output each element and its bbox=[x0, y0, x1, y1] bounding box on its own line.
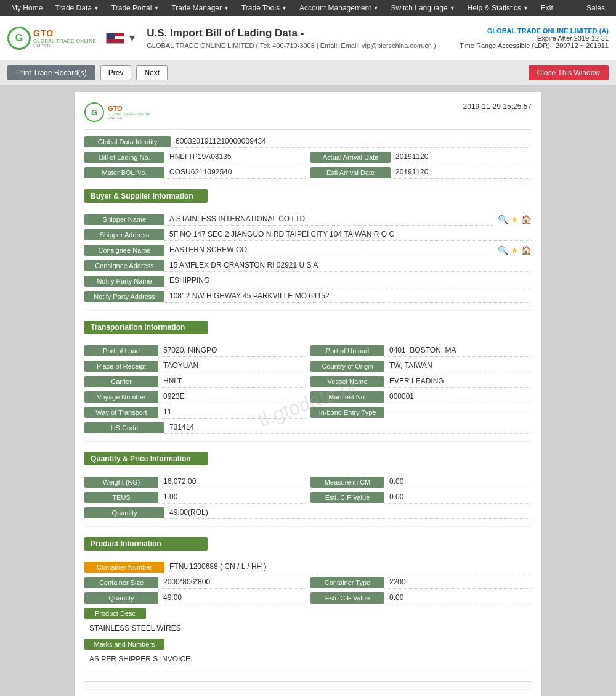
divider-1 bbox=[84, 129, 532, 130]
measure-cm-value: 0.00 bbox=[384, 475, 532, 488]
container-type-label: Container Type bbox=[310, 577, 384, 588]
record-logo-circle: G bbox=[84, 102, 104, 122]
mater-bol-half: Mater BOL No. COSU6211092540 bbox=[84, 166, 306, 179]
shipper-name-value: A STAINLESS INTERNATIONAL CO LTD bbox=[164, 213, 493, 226]
manifest-no-label: Manifest No. bbox=[310, 391, 384, 403]
nav-switch-language[interactable]: Switch Language ▼ bbox=[385, 0, 461, 16]
bol-label: Bill of Lading No. bbox=[84, 152, 164, 163]
container-type-value: 2200 bbox=[384, 576, 532, 589]
record-timestamp: 2019-11-29 15:25:57 bbox=[463, 102, 532, 111]
global-data-identity-row: Global Data Identity 6003201911210000009… bbox=[84, 135, 532, 148]
toolbar-top: Print Trade Record(s) Prev Next Close Th… bbox=[0, 60, 616, 86]
product-esti-cif-value: 0.00 bbox=[384, 591, 532, 604]
container-size-value: 2000*806*800 bbox=[158, 576, 306, 589]
gto-logo: G GTO GLOBAL TRADE ONLINE LIMITED bbox=[7, 27, 96, 50]
hs-code-label: HS Code bbox=[84, 422, 164, 433]
inbond-entry-label: In-bond Entry Type bbox=[310, 407, 384, 418]
transport-section: Transportation Information Port of Load … bbox=[84, 321, 532, 442]
nav-trade-manager[interactable]: Trade Manager ▼ bbox=[165, 0, 235, 16]
logo-gto-text: GTO bbox=[33, 28, 96, 38]
shipper-address-value: 5F NO 147 SEC 2 JIANGUO N RD TAIPEI CITY… bbox=[164, 228, 532, 241]
port-load-label: Port of Load bbox=[84, 345, 158, 356]
shipper-home-icon[interactable]: 🏠 bbox=[521, 215, 532, 224]
country-origin-label: Country of Origin bbox=[310, 361, 384, 372]
nav-sales[interactable]: Sales bbox=[580, 4, 611, 12]
voyage-number-label: Voyage Number bbox=[84, 391, 158, 403]
nav-account-management[interactable]: Account Management ▼ bbox=[293, 0, 385, 16]
carrier-value: HNLT bbox=[158, 375, 306, 388]
hs-code-row: HS Code 731414 bbox=[84, 421, 532, 434]
notify-party-name-label: Notify Party Name bbox=[84, 276, 164, 287]
notify-party-address-row: Notify Party Address 10812 NW HIGHWAY 45… bbox=[84, 290, 532, 303]
actual-arrival-label: Actual Arrival Date bbox=[310, 152, 391, 163]
quantity-price-header: Quantity & Price Information bbox=[84, 452, 208, 465]
logo-area: G GTO GLOBAL TRADE ONLINE LIMITED ▼ bbox=[7, 27, 137, 50]
bol-row: Bill of Lading No. HNLTTP19A03135 Actual… bbox=[84, 150, 532, 163]
quantity-row: Quantity 49.00(ROL) bbox=[84, 506, 532, 519]
hs-code-value: 731414 bbox=[164, 421, 532, 434]
consignee-search-icon[interactable]: 🔍 bbox=[498, 245, 508, 255]
quantity-price-section: Quantity & Price Information Weight (KG)… bbox=[84, 452, 532, 527]
consignee-home-icon[interactable]: 🏠 bbox=[521, 245, 532, 255]
port-unload-value: 0401, BOSTON, MA bbox=[384, 344, 532, 357]
product-quantity-label: Quantity bbox=[84, 592, 158, 604]
page-title: U.S. Import Bill of Lading Data - bbox=[147, 27, 460, 39]
nav-trade-data[interactable]: Trade Data ▼ bbox=[49, 0, 105, 16]
product-quantity-value: 49.00 bbox=[158, 591, 306, 604]
logo-full-name: GLOBAL TRADE ONLINE bbox=[33, 38, 96, 44]
weight-value: 16,072.00 bbox=[158, 475, 306, 488]
country-origin-value: TW, TAIWAN bbox=[384, 359, 532, 372]
mater-bol-row: Mater BOL No. COSU6211092540 Esti Arriva… bbox=[84, 166, 532, 179]
carrier-label: Carrier bbox=[84, 376, 158, 387]
account-info: GLOBAL TRADE ONLINE LIMITED (A) Expire A… bbox=[460, 27, 609, 49]
page-header: G GTO GLOBAL TRADE ONLINE LIMITED ▼ U.S.… bbox=[0, 16, 616, 60]
marks-numbers-row: Marks and Numbers bbox=[84, 639, 532, 650]
notify-party-name-row: Notify Party Name ESHIPPING bbox=[84, 274, 532, 287]
marks-numbers-value: AS PER SHIPPER S INVOICE. bbox=[84, 652, 532, 666]
account-expire: Expire After 2019-12-31 bbox=[460, 35, 609, 42]
weight-measure-row: Weight (KG) 16,072.00 Measure in CM 0.00 bbox=[84, 475, 532, 488]
notify-party-address-label: Notify Party Address bbox=[84, 291, 164, 302]
consignee-name-label: Consignee Name bbox=[84, 245, 164, 256]
next-button-top[interactable]: Next bbox=[136, 65, 168, 80]
us-flag bbox=[106, 33, 124, 44]
account-name: GLOBAL TRADE ONLINE LIMITED (A) bbox=[460, 27, 609, 35]
shipper-star-icon[interactable]: ★ bbox=[511, 215, 519, 224]
record-logo-text: GTO GLOBAL TRADE ONLINE LIMITED bbox=[108, 105, 151, 120]
product-section: Product Information Container Number FTN… bbox=[84, 537, 532, 671]
consignee-star-icon[interactable]: ★ bbox=[511, 245, 519, 255]
quantity-label: Quantity bbox=[84, 507, 164, 518]
esti-arrival-label: Esti Arrival Date bbox=[310, 167, 391, 178]
way-transport-value: 11 bbox=[158, 406, 306, 419]
voyage-number-value: 0923E bbox=[158, 390, 306, 403]
flag-area: ▼ bbox=[106, 33, 137, 44]
teus-value: 1.00 bbox=[158, 491, 306, 504]
print-button-top[interactable]: Print Trade Record(s) bbox=[7, 65, 95, 80]
flag-dropdown[interactable]: ▼ bbox=[127, 33, 137, 44]
shipper-name-label: Shipper Name bbox=[84, 214, 164, 225]
actual-arrival-half: Actual Arrival Date 20191120 bbox=[310, 150, 532, 163]
marks-numbers-label: Marks and Numbers bbox=[84, 639, 164, 650]
prev-button-top[interactable]: Prev bbox=[100, 65, 132, 80]
weight-label: Weight (KG) bbox=[84, 477, 158, 488]
close-button-top[interactable]: Close This Window bbox=[529, 65, 609, 80]
logo-text-block: GTO GLOBAL TRADE ONLINE LIMITED bbox=[33, 28, 96, 48]
nav-help-statistics[interactable]: Help & Statistics ▼ bbox=[461, 0, 535, 16]
place-receipt-value: TAOYUAN bbox=[158, 359, 306, 372]
product-header: Product Information bbox=[84, 537, 208, 551]
consignee-address-value: 15 AMFLEX DR CRANSTON RI 02921 U S A bbox=[164, 259, 532, 272]
buyer-supplier-header: Buyer & Supplier Information bbox=[84, 189, 208, 203]
content-area: tl.gtodata.br G GTO GLOBAL TRADE ONLINE … bbox=[0, 86, 616, 696]
transport-header: Transportation Information bbox=[84, 321, 208, 334]
nav-trade-portal[interactable]: Trade Portal ▼ bbox=[105, 0, 166, 16]
title-area: U.S. Import Bill of Lading Data - GLOBAL… bbox=[147, 27, 460, 49]
top-navigation: My Home Trade Data ▼ Trade Portal ▼ Trad… bbox=[0, 0, 616, 16]
vessel-name-label: Vessel Name bbox=[310, 376, 384, 387]
nav-trade-tools[interactable]: Trade Tools ▼ bbox=[235, 0, 293, 16]
shipper-search-icon[interactable]: 🔍 bbox=[498, 215, 508, 224]
page-subtitle: GLOBAL TRADE ONLINE LIMITED ( Tel: 400-7… bbox=[147, 42, 460, 49]
shipper-name-row: Shipper Name A STAINLESS INTERNATIONAL C… bbox=[84, 213, 532, 226]
port-load-value: 57020, NINGPO bbox=[158, 344, 306, 357]
nav-my-home[interactable]: My Home bbox=[5, 0, 49, 16]
nav-exit[interactable]: Exit bbox=[535, 0, 559, 16]
